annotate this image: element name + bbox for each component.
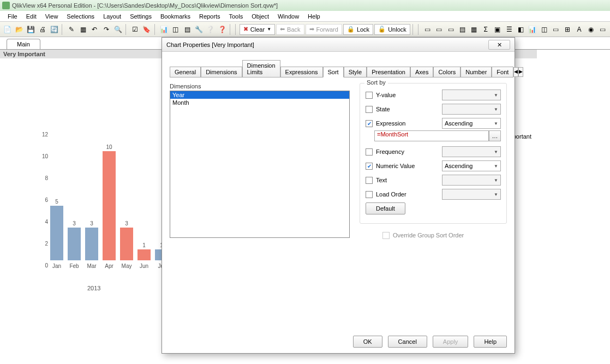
layout-icon[interactable]: ▤ — [182, 24, 192, 35]
tab-dimension-limits[interactable]: Dimension Limits — [242, 60, 280, 77]
default-button[interactable]: Default — [366, 202, 405, 214]
tab-general[interactable]: General — [170, 67, 201, 77]
frequency-dropdown[interactable]: ▼ — [442, 146, 501, 157]
chart-bar — [85, 228, 98, 260]
menu-bookmarks[interactable]: Bookmarks — [156, 12, 195, 21]
chart-wizard-icon[interactable]: 📊 — [159, 24, 169, 35]
tab-axes[interactable]: Axes — [410, 67, 433, 77]
dimension-item-year[interactable]: Year — [170, 91, 349, 99]
ok-button[interactable]: OK — [353, 336, 382, 348]
edit-script-icon[interactable]: ✎ — [66, 24, 76, 35]
save-icon[interactable]: 💾 — [26, 24, 36, 35]
obj7-icon[interactable]: ▣ — [492, 24, 503, 35]
loadorder-dropdown[interactable]: ▼ — [442, 189, 501, 200]
apply-button[interactable]: Apply — [433, 336, 469, 348]
forward-button[interactable]: ➡Forward — [306, 24, 342, 35]
tab-scroll-left[interactable]: ◀ — [513, 67, 518, 77]
refresh-icon[interactable]: 🔄 — [49, 24, 59, 35]
undo-icon[interactable]: ↶ — [89, 24, 100, 35]
selections-icon[interactable]: ☑ — [130, 24, 140, 35]
dimension-item-month[interactable]: Month — [170, 99, 349, 106]
obj4-icon[interactable]: ▤ — [457, 24, 468, 35]
state-checkbox[interactable] — [366, 106, 373, 113]
clear-button[interactable]: ✖Clear▼ — [240, 24, 275, 35]
whatsthis-icon[interactable]: ❓ — [217, 24, 228, 35]
expression-dropdown[interactable]: Ascending▼ — [442, 118, 501, 129]
expression-checkbox[interactable]: ✔ — [366, 120, 373, 127]
obj15-icon[interactable]: ◉ — [585, 24, 596, 35]
cancel-button[interactable]: Cancel — [388, 336, 427, 348]
override-checkbox[interactable] — [382, 232, 390, 239]
tab-presentation[interactable]: Presentation — [367, 67, 410, 77]
text-checkbox[interactable] — [366, 177, 373, 184]
menu-object[interactable]: Object — [247, 12, 273, 21]
menu-file[interactable]: File — [3, 12, 22, 21]
obj12-icon[interactable]: ▭ — [551, 24, 561, 35]
obj14-icon[interactable]: A — [574, 24, 584, 35]
menu-edit[interactable]: Edit — [22, 12, 41, 21]
override-label: Override Group Sort Order — [393, 232, 464, 238]
unlock-button[interactable]: 🔓Unlock — [374, 24, 410, 35]
bookmark-icon[interactable]: 🔖 — [141, 24, 152, 35]
ungroup-icon[interactable]: ◫ — [170, 24, 181, 35]
tab-font[interactable]: Font — [492, 67, 513, 77]
tab-sort[interactable]: Sort — [323, 67, 344, 77]
menu-tools[interactable]: Tools — [224, 12, 247, 21]
obj1-icon[interactable]: ▭ — [422, 24, 433, 35]
sortby-legend: Sort by — [364, 79, 388, 86]
tab-style[interactable]: Style — [344, 67, 367, 77]
numeric-dropdown[interactable]: Ascending▼ — [442, 160, 501, 171]
expression-edit-button[interactable]: … — [489, 130, 501, 141]
tab-expressions[interactable]: Expressions — [280, 67, 323, 77]
app-icon — [2, 2, 10, 9]
expression-input[interactable]: =MonthSort — [374, 130, 489, 141]
yvalue-dropdown[interactable]: ▼ — [442, 89, 501, 100]
obj10-icon[interactable]: 📊 — [527, 24, 537, 35]
tab-colors[interactable]: Colors — [433, 67, 461, 77]
tab-dimensions[interactable]: Dimensions — [201, 67, 242, 77]
menu-selections[interactable]: Selections — [62, 12, 99, 21]
obj3-icon[interactable]: ▭ — [445, 24, 456, 35]
text-dropdown[interactable]: ▼ — [442, 175, 501, 186]
menu-window[interactable]: Window — [273, 12, 303, 21]
menu-help[interactable]: Help — [303, 12, 325, 21]
tab-scroll-right[interactable]: ▶ — [518, 67, 523, 77]
open-icon[interactable]: 📂 — [14, 24, 24, 35]
sortby-group: Sort by Y-value ▼ State ▼ ✔ Expression A… — [360, 83, 507, 224]
numeric-checkbox[interactable]: ✔ — [366, 163, 373, 170]
redo-icon[interactable]: ↷ — [101, 24, 111, 35]
dialog-footer: OK Cancel Apply Help — [353, 336, 507, 348]
obj16-icon[interactable]: ▭ — [597, 24, 608, 35]
state-dropdown[interactable]: ▼ — [442, 104, 501, 115]
loadorder-label: Load Order — [376, 191, 406, 198]
menu-reports[interactable]: Reports — [195, 12, 225, 21]
menu-layout[interactable]: Layout — [99, 12, 125, 21]
obj11-icon[interactable]: ◫ — [539, 24, 549, 35]
frequency-checkbox[interactable] — [366, 148, 373, 156]
help-icon[interactable]: ❔ — [205, 24, 216, 35]
obj5-icon[interactable]: ▦ — [469, 24, 479, 35]
dialog-titlebar: Chart Properties [Very Important] ✕ — [162, 38, 515, 52]
new-icon[interactable]: 📄 — [2, 24, 13, 35]
sheet-tab-main[interactable]: Main — [7, 39, 40, 49]
obj6-icon[interactable]: Σ — [481, 24, 491, 35]
obj2-icon[interactable]: ▭ — [434, 24, 444, 35]
obj9-icon[interactable]: ◧ — [516, 24, 526, 35]
lock-button[interactable]: 🔒Lock — [343, 24, 373, 35]
obj8-icon[interactable]: ☰ — [504, 24, 514, 35]
tab-number[interactable]: Number — [461, 67, 492, 77]
help-button[interactable]: Help — [474, 336, 507, 348]
table-icon[interactable]: ▦ — [77, 24, 88, 35]
yvalue-checkbox[interactable] — [366, 92, 373, 99]
menu-settings[interactable]: Settings — [125, 12, 156, 21]
obj13-icon[interactable]: ⊞ — [562, 24, 572, 35]
menu-view[interactable]: View — [41, 12, 63, 21]
tools-icon[interactable]: 🔧 — [194, 24, 204, 35]
print-icon[interactable]: 🖨 — [37, 24, 47, 35]
search-icon[interactable]: 🔍 — [113, 24, 123, 35]
loadorder-checkbox[interactable] — [366, 191, 373, 198]
dialog-close-button[interactable]: ✕ — [488, 40, 510, 50]
dimensions-listbox[interactable]: Year Month — [170, 91, 350, 238]
back-button[interactable]: ⬅Back — [276, 24, 304, 35]
dialog-title: Chart Properties [Very Important] — [166, 41, 254, 48]
